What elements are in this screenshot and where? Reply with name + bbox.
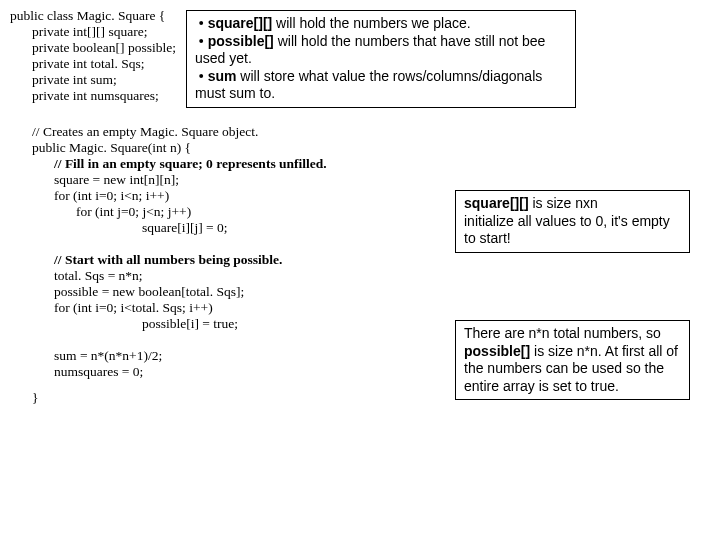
annotation-box-possible-init: There are n*n total numbers, so possible… [455, 320, 690, 400]
code-line: public Magic. Square(int n) { [10, 140, 710, 156]
term-square: square[][] [464, 195, 529, 211]
annotation-line: initialize all values to 0, it's empty t… [464, 213, 681, 248]
annotation-line: • sum will store what value the rows/col… [195, 68, 567, 103]
term-square: square[][] [208, 15, 273, 31]
code-line: private int total. Sqs; [10, 56, 176, 72]
annotation-line: • possible[] will hold the numbers that … [195, 33, 567, 68]
code-line: public class Magic. Square { [10, 8, 176, 24]
code-line: private int[][] square; [10, 24, 176, 40]
class-header-block: public class Magic. Square { private int… [10, 8, 186, 104]
code-line: private int numsquares; [10, 88, 176, 104]
code-line: square = new int[n][n]; [10, 172, 710, 188]
annotation-box-fields: • square[][] will hold the numbers we pl… [186, 10, 576, 108]
code-line: private int sum; [10, 72, 176, 88]
annotation-line: square[][] is size nxn [464, 195, 681, 213]
code-line: for (int i=0; i<total. Sqs; i++) [10, 300, 710, 316]
annotation-text: There are n*n total numbers, so [464, 325, 661, 341]
term-possible: possible[] [208, 33, 274, 49]
code-comment-bold: // Fill in an empty square; 0 represents… [54, 156, 327, 171]
term-sum: sum [208, 68, 237, 84]
code-line: private boolean[] possible; [10, 40, 176, 56]
annotation-box-square-init: square[][] is size nxn initialize all va… [455, 190, 690, 253]
top-row: public class Magic. Square { private int… [10, 8, 710, 108]
code-comment-bold: // Start with all numbers being possible… [54, 252, 282, 267]
term-possible: possible[] [464, 343, 530, 359]
code-line: possible = new boolean[total. Sqs]; [10, 284, 710, 300]
code-line: total. Sqs = n*n; [10, 268, 710, 284]
code-comment: // Creates an empty Magic. Square object… [10, 124, 710, 140]
annotation-line: • square[][] will hold the numbers we pl… [195, 15, 567, 33]
